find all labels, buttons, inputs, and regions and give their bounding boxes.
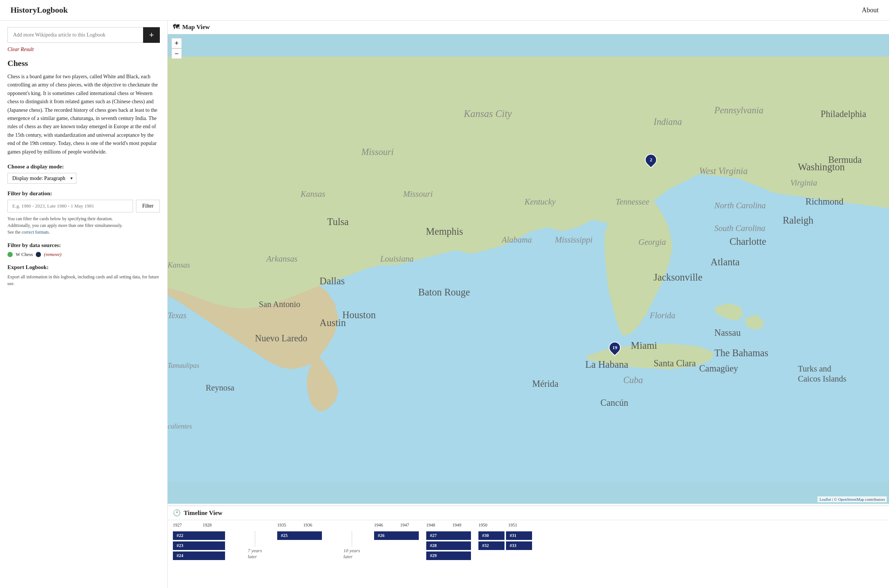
svg-text:Reynosa: Reynosa	[206, 383, 234, 392]
svg-text:Houston: Houston	[342, 309, 376, 321]
gap-10-years: 10 yearslater	[329, 520, 374, 571]
timeline-group-1950: 1950 1951 #30 #32 #31 #33	[478, 520, 561, 550]
svg-text:Mississippi: Mississippi	[555, 235, 592, 244]
svg-text:calientes: calientes	[168, 423, 192, 430]
timeline-card-27[interactable]: #27	[426, 531, 471, 540]
timeline-card-28[interactable]: #28	[426, 542, 471, 550]
svg-text:Indiana: Indiana	[653, 117, 682, 127]
svg-text:North Carolina: North Carolina	[714, 201, 766, 210]
source1-label: W Chess	[16, 252, 33, 258]
year-label-1949: 1949	[452, 522, 461, 528]
display-mode-wrapper[interactable]: Display mode: Paragraph	[7, 173, 76, 184]
svg-text:Texas: Texas	[168, 311, 186, 320]
sidebar: + Clear Result Chess Chess is a board ga…	[0, 21, 168, 588]
export-label: Export Logbook:	[7, 264, 160, 270]
main-layout: + Clear Result Chess Chess is a board ga…	[0, 21, 889, 588]
year-label-1951: 1951	[508, 522, 517, 528]
svg-text:Camagüey: Camagüey	[699, 363, 739, 374]
timeline-scroll[interactable]: 1927 1928 #22 #23 #24 7 yearslater	[173, 520, 884, 586]
timeline-card-26[interactable]: #26	[374, 531, 419, 540]
leaflet-link[interactable]: Leaflet	[819, 497, 831, 501]
correct-formats-link[interactable]: correct formats	[22, 230, 49, 235]
add-article-button[interactable]: +	[143, 27, 160, 43]
svg-text:Richmond: Richmond	[805, 196, 844, 206]
export-help: Export all information in this logbook, …	[7, 273, 160, 287]
map-controls: + −	[171, 38, 182, 59]
year-label-1936: 1936	[303, 522, 312, 528]
map-attribution: Leaflet | © OpenStreetMap contributors	[817, 496, 887, 502]
timeline-card-22[interactable]: #22	[173, 531, 225, 540]
timeline-card-29[interactable]: #29	[426, 552, 471, 560]
filter-input[interactable]	[7, 200, 133, 212]
year-label-1946: 1946	[374, 522, 383, 528]
svg-text:Missouri: Missouri	[361, 147, 394, 157]
svg-text:Cancún: Cancún	[601, 398, 628, 408]
map-container[interactable]: Kansas City Missouri Indiana Pennsylvani…	[168, 34, 889, 504]
map-pin-19[interactable]: 19	[609, 342, 621, 354]
year-label-1947: 1947	[400, 522, 409, 528]
timeline-card-33[interactable]: #33	[506, 542, 532, 550]
timeline-card-31[interactable]: #31	[506, 531, 532, 540]
timeline-header: 🕐 Timeline View	[168, 506, 889, 520]
svg-text:Kansas: Kansas	[168, 261, 190, 269]
timeline-card-24[interactable]: #24	[173, 552, 225, 560]
timeline-group-1948: 1948 1949 #27 #28 #29	[426, 520, 478, 560]
timeline-title: Timeline View	[184, 509, 222, 517]
svg-text:Turks and: Turks and	[798, 364, 831, 374]
search-input[interactable]	[7, 27, 143, 43]
timeline-inner: 1927 1928 #22 #23 #24 7 yearslater	[173, 520, 884, 586]
svg-text:Atlanta: Atlanta	[711, 256, 740, 267]
map-icon: 🗺	[173, 24, 179, 31]
source-dot-green	[7, 252, 13, 257]
svg-text:Tamaulipas: Tamaulipas	[168, 362, 199, 369]
svg-text:Mérida: Mérida	[532, 379, 559, 388]
map-section: 🗺 Map View	[168, 21, 889, 506]
timeline-card-30[interactable]: #30	[478, 531, 504, 540]
svg-text:Pennsylvania: Pennsylvania	[714, 105, 763, 115]
svg-text:Miami: Miami	[631, 340, 657, 351]
svg-text:Santa Clara: Santa Clara	[654, 358, 696, 368]
timeline-group-1935: 1935 1936 #25	[277, 520, 329, 540]
zoom-in-button[interactable]: +	[171, 38, 182, 48]
svg-text:The Bahamas: The Bahamas	[714, 347, 768, 358]
display-mode-select[interactable]: Display mode: Paragraph	[7, 173, 76, 184]
filter-row: Filter	[7, 200, 160, 212]
data-sources-section: Filter by data sources: W Chess (remove)	[7, 242, 160, 258]
remove-source-link[interactable]: (remove)	[44, 252, 61, 258]
svg-text:Louisiana: Louisiana	[380, 254, 414, 264]
svg-text:Philadelphia: Philadelphia	[821, 109, 866, 119]
svg-text:Arkansas: Arkansas	[266, 254, 298, 264]
gap-7-years: 7 yearslater	[232, 520, 277, 571]
timeline-container: 1927 1928 #22 #23 #24 7 yearslater	[168, 520, 889, 586]
about-link[interactable]: About	[862, 6, 879, 14]
year-label-1950: 1950	[478, 522, 487, 528]
article-title: Chess	[7, 58, 160, 68]
zoom-out-button[interactable]: −	[171, 48, 182, 59]
year-label-1948: 1948	[426, 522, 435, 528]
pin-circle-19: 19	[607, 339, 623, 356]
filter-duration-label: Filter by duration:	[7, 190, 160, 197]
data-sources-label: Filter by data sources:	[7, 242, 160, 249]
filter-button[interactable]: Filter	[136, 200, 160, 212]
source-dot-dark	[36, 252, 41, 257]
svg-text:San Antonio: San Antonio	[259, 300, 300, 309]
display-mode-label: Choose a display mode:	[7, 164, 160, 170]
svg-text:Tulsa: Tulsa	[327, 216, 349, 227]
timeline-card-32[interactable]: #32	[478, 542, 504, 550]
svg-text:La Habana: La Habana	[585, 359, 628, 370]
svg-text:South Carolina: South Carolina	[714, 224, 765, 233]
svg-text:Alabama: Alabama	[501, 235, 532, 244]
year-label-1935: 1935	[277, 522, 286, 528]
clear-result-link[interactable]: Clear Result	[7, 46, 33, 52]
timeline-card-25[interactable]: #25	[277, 531, 322, 540]
osm-link[interactable]: OpenStreetMap	[838, 497, 864, 501]
timeline-section: 🕐 Timeline View 1927 1928 #22 #23 #24	[168, 506, 889, 588]
map-pin-2[interactable]: 2	[645, 154, 657, 166]
timeline-card-23[interactable]: #23	[173, 542, 225, 550]
timeline-group-1927: 1927 1928 #22 #23 #24	[173, 520, 232, 560]
svg-text:Georgia: Georgia	[638, 237, 666, 247]
svg-text:Memphis: Memphis	[426, 226, 463, 237]
map-header: 🗺 Map View	[168, 21, 889, 34]
map-svg: Kansas City Missouri Indiana Pennsylvani…	[168, 34, 889, 504]
svg-text:Raleigh: Raleigh	[783, 214, 813, 226]
